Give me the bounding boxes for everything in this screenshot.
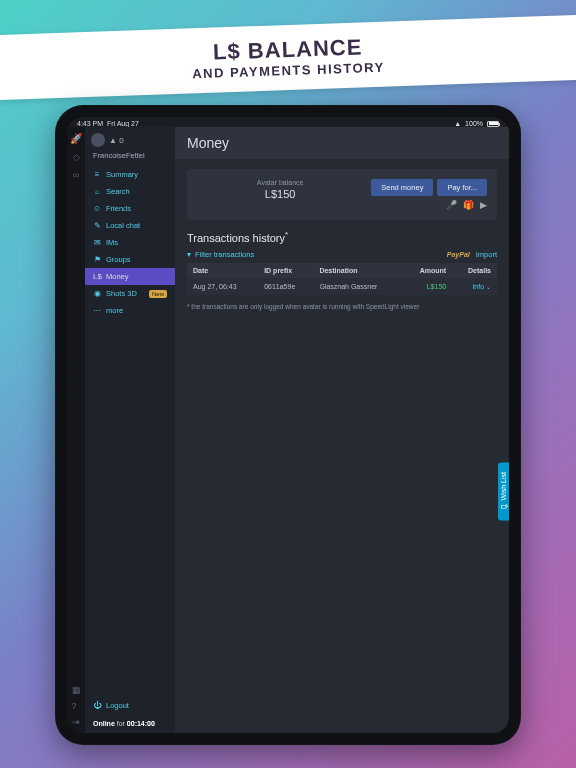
th-date[interactable]: Date: [187, 263, 258, 278]
balance-amount: L$150: [197, 188, 363, 200]
screen: 4:43 PM Fri Aug 27 ▲ 100% 🚀 ◇ ∞ ▦ ? ⇥: [67, 117, 509, 733]
th-amount[interactable]: Amount: [403, 263, 452, 278]
send-money-button[interactable]: Send money: [371, 179, 433, 196]
groups-icon: ⚑: [93, 255, 101, 264]
avatar-status: ▲ 0: [109, 136, 124, 145]
play-icon[interactable]: ▶: [480, 200, 487, 210]
summary-icon: ≡: [93, 170, 101, 179]
mic-icon[interactable]: 🎤: [446, 200, 457, 210]
promo-banner: L$ BALANCE AND PAYMENTS HISTORY: [0, 15, 576, 101]
th-id-prefix[interactable]: ID prefix: [258, 263, 313, 278]
logout-icon: ⏻: [93, 701, 101, 710]
rocket-icon[interactable]: 🚀: [70, 133, 82, 144]
more-icon: ⋯: [93, 306, 101, 315]
sidebar-item-groups[interactable]: ⚑Groups: [85, 251, 175, 268]
balance-label: Avatar balance: [197, 179, 363, 186]
transactions-table: Date ID prefix Destination Amount Detail…: [187, 263, 497, 295]
sidebar-item-label: Shots 3D: [106, 289, 137, 298]
paypal-icon[interactable]: PayPal: [447, 251, 470, 258]
table-row[interactable]: Aug 27, 06:430611a59eGlasznah GassnerL$1…: [187, 278, 497, 295]
status-bar: 4:43 PM Fri Aug 27 ▲ 100%: [67, 117, 509, 127]
sidebar-item-friends[interactable]: ☺Friends: [85, 200, 175, 217]
sidebar: ▲ 0 FrancoiseFettel ≡Summary⌕Search☺Frie…: [85, 127, 175, 733]
status-time: 4:43 PM: [77, 120, 103, 127]
balance-card: Avatar balance L$150 Send money Pay for.…: [187, 169, 497, 220]
battery-percent: 100%: [465, 120, 483, 127]
pay-for-button[interactable]: Pay for...: [437, 179, 487, 196]
local-chat-icon: ✎: [93, 221, 101, 230]
th-details[interactable]: Details: [452, 263, 497, 278]
wifi-icon: ▲: [454, 120, 461, 127]
sidebar-item-more[interactable]: ⋯more: [85, 302, 175, 319]
grid-icon[interactable]: ▦: [72, 685, 81, 695]
icon-rail: 🚀 ◇ ∞ ▦ ? ⇥: [67, 127, 85, 733]
app-body: 🚀 ◇ ∞ ▦ ? ⇥ ▲ 0 FrancoiseFettel ≡Summary…: [67, 127, 509, 733]
th-destination[interactable]: Destination: [313, 263, 403, 278]
badge-new: New: [149, 290, 167, 298]
tablet-frame: 4:43 PM Fri Aug 27 ▲ 100% 🚀 ◇ ∞ ▦ ? ⇥: [55, 105, 521, 745]
avatar: [91, 133, 105, 147]
filter-icon: ▾: [187, 250, 191, 259]
gift-icon[interactable]: 🎁: [463, 200, 474, 210]
sidebar-item-ims[interactable]: ✉IMs: [85, 234, 175, 251]
friends-icon: ☺: [93, 204, 101, 213]
wishlist-icon: 🏷: [500, 503, 507, 510]
sidebar-item-local-chat[interactable]: ✎Local chat: [85, 217, 175, 234]
sidebar-item-label: Groups: [106, 255, 131, 264]
page-title: Money: [175, 127, 509, 159]
money-icon: L$: [93, 272, 101, 281]
cell-destination: Glasznah Gassner: [313, 278, 403, 295]
sidebar-item-label: Money: [106, 272, 129, 281]
shots-3d-icon: ◉: [93, 289, 101, 298]
footnote: * the transactions are only logged when …: [187, 295, 497, 318]
infinity-icon[interactable]: ∞: [73, 170, 79, 180]
sidebar-item-search[interactable]: ⌕Search: [85, 183, 175, 200]
sidebar-item-summary[interactable]: ≡Summary: [85, 166, 175, 183]
sidebar-item-label: Search: [106, 187, 130, 196]
sidebar-item-label: Local chat: [106, 221, 140, 230]
username[interactable]: FrancoiseFettel: [85, 151, 175, 166]
import-link[interactable]: Import: [476, 250, 497, 259]
sidebar-item-money[interactable]: L$Money: [85, 268, 175, 285]
sidebar-item-label: more: [106, 306, 123, 315]
transactions-title: Transactions history*: [187, 230, 497, 244]
status-date: Fri Aug 27: [107, 120, 139, 127]
cell-details[interactable]: Info ⌄: [452, 278, 497, 295]
cell-date: Aug 27, 06:43: [187, 278, 258, 295]
online-status: Online for 00:14:00: [85, 716, 175, 733]
logout-button[interactable]: ⏻ Logout: [85, 695, 175, 716]
cell-id-prefix: 0611a59e: [258, 278, 313, 295]
exit-icon[interactable]: ⇥: [72, 717, 81, 727]
ims-icon: ✉: [93, 238, 101, 247]
cell-amount: L$150: [403, 278, 452, 295]
sidebar-item-label: Summary: [106, 170, 138, 179]
sidebar-item-label: IMs: [106, 238, 118, 247]
help-icon[interactable]: ?: [72, 701, 81, 711]
avatar-rail-icon[interactable]: ◇: [73, 152, 80, 162]
filter-transactions-link[interactable]: Filter transactions: [195, 250, 254, 259]
search-icon: ⌕: [93, 187, 101, 196]
chevron-down-icon: ⌄: [486, 284, 491, 290]
battery-icon: [487, 121, 499, 127]
main-panel: Money Avatar balance L$150 Send money Pa…: [175, 127, 509, 733]
sidebar-item-shots-3d[interactable]: ◉Shots 3DNew: [85, 285, 175, 302]
sidebar-item-label: Friends: [106, 204, 131, 213]
wishlist-tab[interactable]: 🏷 Wish List: [498, 462, 509, 520]
profile-row[interactable]: ▲ 0: [85, 127, 175, 151]
logout-label: Logout: [106, 701, 129, 710]
